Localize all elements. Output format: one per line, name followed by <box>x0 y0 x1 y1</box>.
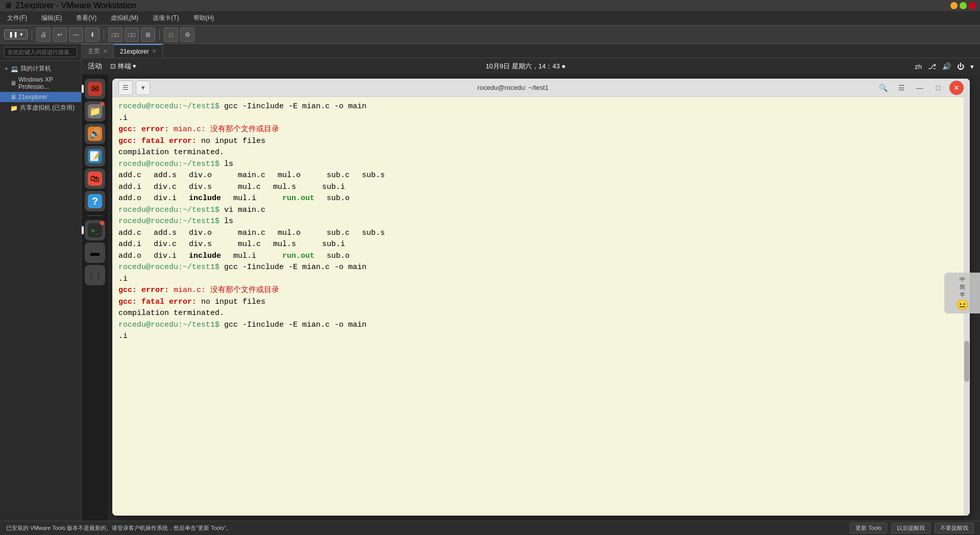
terminal-compile2: compilation terminated. <box>118 308 964 320</box>
network-icon[interactable]: ⎇ <box>928 62 936 70</box>
ls-div-o: div.o <box>189 170 226 182</box>
dock-item-terminal[interactable]: >_ <box>85 220 105 240</box>
ls2-mul-s: mul.s <box>273 239 310 251</box>
scroll-thumb[interactable] <box>964 341 969 382</box>
menu-help[interactable]: 帮助(H) <box>190 13 217 23</box>
tab-home[interactable]: 主页 ✕ <box>82 44 114 58</box>
terminal-titlebar: ☰ ▾ rocedu@rocedu: ~/test1 🔍 ☰ — □ ✕ <box>112 79 970 97</box>
tree-root[interactable]: ▼ 💻 我的计算机 <box>0 63 81 75</box>
tab-21explorer-close[interactable]: ✕ <box>152 48 156 54</box>
tree-item-shared[interactable]: 📁 共享虚拟机 (已弃用) <box>0 102 81 114</box>
terminal-maximize-btn[interactable]: □ <box>931 81 945 95</box>
minimize-button[interactable] <box>950 2 958 9</box>
terminal-gcc2-cont: .i <box>118 274 964 285</box>
tree-root-icon: 💻 <box>11 65 18 72</box>
terminal-content[interactable]: rocedu@rocedu:~/test1$ gcc -Iinclude -E … <box>112 97 970 516</box>
topbar-right: zh ⎇ 🔊 ⏻ ▾ <box>915 62 974 70</box>
prompt-1: rocedu@rocedu:~/test1$ <box>118 102 219 111</box>
layout-btn-1[interactable]: □□ <box>108 28 122 42</box>
dock-item-store[interactable]: 🛍 <box>85 168 105 189</box>
ls-include-2: include <box>189 251 221 262</box>
layout-btn-3[interactable]: ⊞ <box>141 28 155 42</box>
cmd-ls: ls <box>219 160 233 168</box>
tree-item-21explorer[interactable]: 🖥 21explorer <box>0 92 81 102</box>
terminal-minimize-btn[interactable]: — <box>913 81 927 95</box>
terminal-window-controls: 🔍 ☰ — □ ✕ <box>876 81 964 95</box>
menu-tabs[interactable]: 选项卡(T) <box>150 13 182 23</box>
layout-btn-2[interactable]: □□ <box>125 28 139 42</box>
window-controls <box>950 2 976 9</box>
minus-button[interactable]: — <box>69 28 83 42</box>
ls2-div-i: div.i <box>154 251 177 262</box>
ls2-sub-c: sub.c <box>327 228 350 239</box>
tree-root-label: 我的计算机 <box>20 64 51 73</box>
fatal-text-2: no input files <box>197 298 265 306</box>
menu-edit[interactable]: 编辑(E) <box>38 13 65 23</box>
menu-vm[interactable]: 虚拟机(M) <box>108 13 141 23</box>
main-content: 活动 ⊡ 终端 ▾ 10月9日 星期六，14：43 ● zh ⎇ 🔊 ⏻ ▾ ✉… <box>82 58 980 521</box>
vmware-titlebar: 🖥 21explorer - VMware Workstation <box>0 0 980 11</box>
vmware-toolbar: ❚❚ ▾ 🖨 ↩ — ⬇ □□ □□ ⊞ □ ⚙ <box>0 26 980 44</box>
widget-line-1: 中 <box>960 276 965 283</box>
menu-file[interactable]: 文件(F) <box>4 13 30 23</box>
terminal-icon: >_ <box>88 223 102 237</box>
volume-icon[interactable]: 🔊 <box>942 62 951 70</box>
dock-item-bar[interactable]: ▬ <box>85 242 105 263</box>
dock-item-help[interactable]: ? <box>85 191 105 211</box>
terminal-nav-down[interactable]: ▾ <box>136 81 150 95</box>
remind-later-button[interactable]: 以后提醒我 <box>891 523 930 533</box>
screen-btn[interactable]: □ <box>164 28 178 42</box>
power-icon[interactable]: ⏻ <box>957 62 964 70</box>
dock-item-mail[interactable]: ✉ <box>85 79 105 99</box>
lang-button[interactable]: zh <box>915 63 922 70</box>
menu-view[interactable]: 查看(V) <box>73 13 100 23</box>
cmd-ls2: ls <box>219 217 233 226</box>
winxp-icon: 🖥 <box>10 80 16 87</box>
topbar-dropdown-icon[interactable]: ▾ <box>970 63 974 70</box>
terminal-gcc3-cont: .i <box>118 331 964 343</box>
settings-btn[interactable]: ⚙ <box>180 28 194 42</box>
ls-include-1: include <box>189 193 221 205</box>
terminal-nav-left[interactable]: ☰ <box>118 81 133 95</box>
tree-item-winxp[interactable]: 🖥 Windows XP Professio... <box>0 75 81 92</box>
back-button[interactable]: ↩ <box>53 28 67 42</box>
toolbar-separator-2 <box>104 30 104 40</box>
ls2-sub-s: sub.s <box>362 228 385 239</box>
ls2-mul-i: mul.i <box>233 251 270 262</box>
terminal-window: ☰ ▾ rocedu@rocedu: ~/test1 🔍 ☰ — □ ✕ roc… <box>112 79 970 516</box>
dock-item-audio[interactable]: 🔊 <box>85 124 105 144</box>
terminal-line-1b: .i <box>118 113 964 125</box>
cmd-gcc3-cont: .i <box>118 332 128 341</box>
terminal-search-btn[interactable]: 🔍 <box>876 81 890 95</box>
tab-home-close[interactable]: ✕ <box>103 48 107 54</box>
dont-remind-button[interactable]: 不要提醒我 <box>935 523 974 533</box>
terminal-close-btn[interactable]: ✕ <box>949 81 964 95</box>
terminal-compile-1: compilation terminated. <box>118 147 964 159</box>
ls-main-c: main.c <box>238 170 265 182</box>
fatal-text-1: no input files <box>197 137 265 145</box>
ls-div-i: div.i <box>154 193 177 205</box>
search-input[interactable] <box>4 47 77 57</box>
dot-indicator: ● <box>561 62 566 70</box>
fatal-label-1: fatal error: <box>137 137 197 145</box>
audio-icon: 🔊 <box>88 127 102 141</box>
dock-item-apps[interactable]: ⋮⋮ <box>85 265 105 285</box>
terminal-menu-btn[interactable]: ☰ <box>894 81 909 95</box>
pause-icon: ❚❚ <box>9 31 18 38</box>
pause-button[interactable]: ❚❚ ▾ <box>4 30 28 39</box>
ls2-mul-o: mul.o <box>278 228 314 239</box>
tab-21explorer[interactable]: 21explorer ✕ <box>114 44 163 58</box>
maximize-button[interactable] <box>960 2 967 9</box>
print-button[interactable]: 🖨 <box>36 28 51 42</box>
download-button[interactable]: ⬇ <box>85 28 100 42</box>
toolbar-separator-1 <box>32 30 32 40</box>
ls-add-i: add.i <box>118 182 141 193</box>
update-tools-button[interactable]: 更新 Tools <box>850 523 887 533</box>
terminal-label[interactable]: ⊡ 终端 ▾ <box>110 62 136 71</box>
close-button[interactable] <box>969 2 976 9</box>
topbar-center: 10月9日 星期六，14：43 ● <box>485 62 566 71</box>
dock-item-files[interactable]: 📁 <box>85 101 105 121</box>
activities-label[interactable]: 活动 <box>88 62 102 71</box>
ls-mul-s: mul.s <box>273 182 310 193</box>
dock-item-writer[interactable]: 📝 <box>85 146 105 166</box>
